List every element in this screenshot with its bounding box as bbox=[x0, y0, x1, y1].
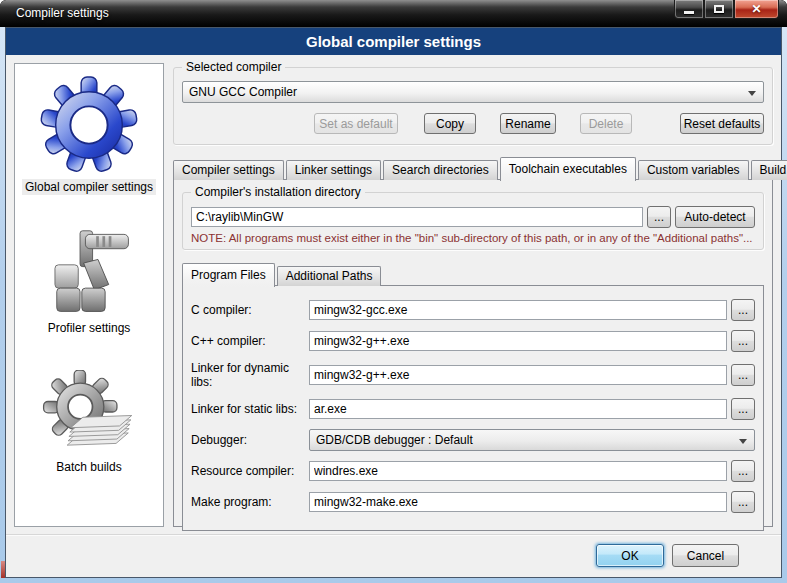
static-linker-browse-button[interactable]: ... bbox=[731, 398, 755, 420]
cancel-button[interactable]: Cancel bbox=[672, 544, 739, 567]
sidebar-item-label: Global compiler settings bbox=[22, 179, 156, 195]
program-files-panel: C compiler: ... C++ compiler: ... Linker bbox=[182, 285, 764, 531]
auto-detect-button[interactable]: Auto-detect bbox=[675, 206, 755, 228]
close-icon: ✕ bbox=[751, 1, 761, 18]
field-label: Make program: bbox=[191, 495, 309, 509]
tab-custom-variables[interactable]: Custom variables bbox=[638, 160, 749, 180]
minimize-button[interactable] bbox=[674, 0, 704, 19]
close-button[interactable]: ✕ bbox=[734, 0, 779, 19]
maximize-button[interactable] bbox=[704, 0, 734, 19]
titlebar[interactable]: Compiler settings ✕ bbox=[0, 0, 787, 27]
dialog-footer: OK Cancel bbox=[6, 534, 781, 577]
make-program-row: Make program: ... bbox=[191, 491, 755, 513]
toolchain-executables-panel: Compiler's installation directory ... Au… bbox=[173, 179, 773, 527]
sidebar-item-profiler-settings[interactable]: Profiler settings bbox=[44, 229, 134, 336]
debugger-select-value: GDB/CDB debugger : Default bbox=[316, 433, 473, 447]
dynamic-linker-browse-button[interactable]: ... bbox=[731, 364, 755, 386]
cpp-compiler-row: C++ compiler: ... bbox=[191, 330, 755, 352]
delete-button[interactable]: Delete bbox=[580, 113, 632, 134]
chevron-down-icon bbox=[748, 91, 756, 100]
cpp-compiler-browse-button[interactable]: ... bbox=[731, 330, 755, 352]
dynamic-linker-row: Linker for dynamic libs: ... bbox=[191, 361, 755, 389]
field-label: C++ compiler: bbox=[191, 334, 309, 348]
window-title: Compiler settings bbox=[16, 6, 109, 20]
window-controls: ✕ bbox=[674, 0, 779, 19]
install-directory-input[interactable] bbox=[191, 207, 643, 227]
tab-toolchain-executables[interactable]: Toolchain executables bbox=[500, 157, 636, 181]
maximize-icon bbox=[714, 5, 724, 13]
field-label: C compiler: bbox=[191, 303, 309, 317]
c-compiler-browse-button[interactable]: ... bbox=[731, 299, 755, 321]
rename-button[interactable]: Rename bbox=[500, 113, 556, 134]
install-directory-browse-button[interactable]: ... bbox=[647, 206, 671, 228]
set-as-default-button[interactable]: Set as default bbox=[314, 113, 398, 134]
static-linker-input[interactable] bbox=[309, 399, 727, 419]
tab-linker-settings[interactable]: Linker settings bbox=[286, 160, 381, 180]
copy-button[interactable]: Copy bbox=[424, 113, 476, 134]
frame-artifact bbox=[1, 561, 5, 578]
tab-program-files[interactable]: Program Files bbox=[182, 263, 275, 287]
tab-compiler-settings[interactable]: Compiler settings bbox=[173, 160, 284, 180]
page-title: Global compiler settings bbox=[6, 28, 781, 55]
sidebar-item-batch-builds[interactable]: Batch builds bbox=[41, 370, 137, 475]
sidebar-item-label: Profiler settings bbox=[45, 320, 134, 336]
reset-defaults-button[interactable]: Reset defaults bbox=[680, 113, 764, 134]
compiler-actions: Set as default Copy Rename Delete Reset … bbox=[182, 113, 764, 134]
field-label: Linker for dynamic libs: bbox=[191, 361, 309, 389]
tab-additional-paths[interactable]: Additional Paths bbox=[277, 266, 382, 286]
compiler-settings-dialog: Compiler settings ✕ Global compiler sett… bbox=[0, 0, 787, 583]
field-label: Resource compiler: bbox=[191, 464, 309, 478]
settings-sidebar: Global compiler settings bbox=[14, 63, 164, 527]
chevron-down-icon bbox=[739, 439, 747, 448]
tab-search-directories[interactable]: Search directories bbox=[383, 160, 498, 180]
minimize-icon bbox=[684, 11, 694, 14]
window-frame: Global compiler settings bbox=[0, 27, 787, 583]
selected-compiler-group: Selected compiler GNU GCC Compiler Set a… bbox=[173, 67, 773, 145]
static-linker-row: Linker for static libs: ... bbox=[191, 398, 755, 420]
bin-subdirectory-note: NOTE: All programs must exist either in … bbox=[191, 232, 755, 244]
field-label: Debugger: bbox=[191, 433, 309, 447]
tab-build-options[interactable]: Build options bbox=[751, 160, 787, 180]
ok-button[interactable]: OK bbox=[596, 544, 664, 567]
c-compiler-input[interactable] bbox=[309, 300, 727, 320]
installation-directory-group: Compiler's installation directory ... Au… bbox=[182, 192, 764, 250]
field-label: Linker for static libs: bbox=[191, 402, 309, 416]
sidebar-item-global-compiler-settings[interactable]: Global compiler settings bbox=[22, 76, 156, 195]
program-tabs: Program Files Additional Paths bbox=[182, 263, 764, 286]
make-program-input[interactable] bbox=[309, 492, 727, 512]
dynamic-linker-input[interactable] bbox=[309, 365, 727, 385]
debugger-select[interactable]: GDB/CDB debugger : Default bbox=[309, 429, 755, 451]
debugger-row: Debugger: GDB/CDB debugger : Default bbox=[191, 429, 755, 451]
compiler-select[interactable]: GNU GCC Compiler bbox=[182, 81, 764, 103]
cpp-compiler-input[interactable] bbox=[309, 331, 727, 351]
installation-directory-group-label: Compiler's installation directory bbox=[191, 185, 365, 199]
resource-compiler-browse-button[interactable]: ... bbox=[731, 460, 755, 482]
resource-compiler-row: Resource compiler: ... bbox=[191, 460, 755, 482]
compiler-select-value: GNU GCC Compiler bbox=[189, 85, 297, 99]
blue-gear-icon bbox=[40, 76, 138, 174]
selected-compiler-group-label: Selected compiler bbox=[182, 60, 285, 74]
resource-compiler-input[interactable] bbox=[309, 461, 727, 481]
compiler-tabs: Compiler settings Linker settings Search… bbox=[173, 157, 773, 180]
sidebar-item-label: Batch builds bbox=[53, 459, 124, 475]
caliper-icon bbox=[44, 229, 134, 315]
gear-stack-icon bbox=[41, 370, 137, 454]
c-compiler-row: C compiler: ... bbox=[191, 299, 755, 321]
make-program-browse-button[interactable]: ... bbox=[731, 491, 755, 513]
